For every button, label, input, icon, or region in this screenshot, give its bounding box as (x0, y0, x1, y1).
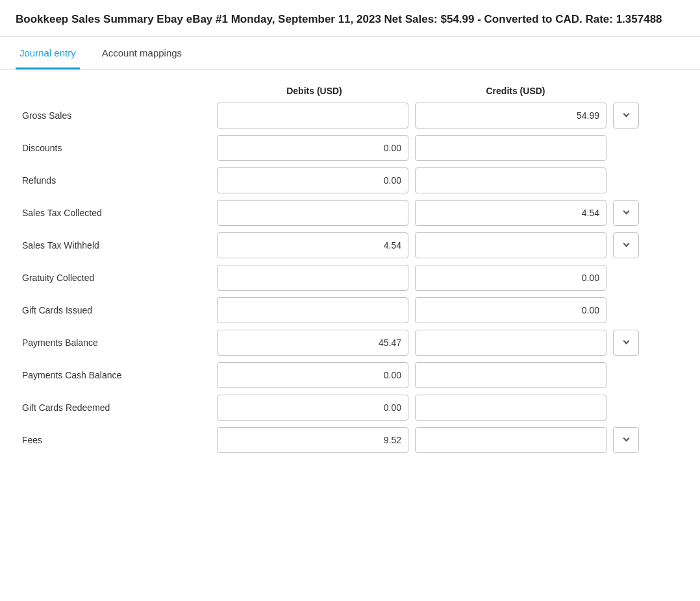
inputs-sales-tax-collected (217, 200, 639, 226)
debit-input-gross-sales[interactable] (217, 103, 408, 129)
chevron-down-icon (623, 208, 629, 215)
credit-input-sales-tax-collected[interactable] (415, 200, 606, 226)
tab-account-mappings[interactable]: Account mappings (98, 37, 186, 69)
entry-rows-container: Gross SalesDiscountsRefundsSales Tax Col… (16, 103, 684, 453)
label-sales-tax-collected: Sales Tax Collected (16, 208, 217, 218)
chevron-down-icon (623, 241, 629, 247)
label-discounts: Discounts (16, 143, 217, 153)
label-refunds: Refunds (16, 175, 217, 186)
label-payments-balance: Payments Balance (16, 337, 217, 348)
credit-input-fees[interactable] (415, 427, 606, 453)
entry-row-payments-balance: Payments Balance (16, 330, 684, 356)
inputs-fees (217, 427, 639, 453)
credit-input-gift-cards-issued[interactable] (415, 297, 606, 323)
label-gratuity-collected: Gratuity Collected (16, 273, 217, 283)
inputs-refunds (217, 167, 639, 193)
tabs-container: Journal entry Account mappings (0, 37, 700, 70)
inputs-gratuity-collected (217, 265, 639, 291)
page-header: Bookkeep Sales Summary Ebay eBay #1 Mond… (0, 0, 700, 37)
column-headers: Debits (USD) Credits (USD) (217, 86, 684, 96)
dropdown-btn-sales-tax-collected[interactable] (613, 200, 639, 226)
credit-input-payments-cash-balance[interactable] (415, 362, 606, 388)
credit-input-sales-tax-withheld[interactable] (415, 232, 606, 258)
entry-row-sales-tax-collected: Sales Tax Collected (16, 200, 684, 226)
inputs-gift-cards-redeemed (217, 395, 639, 421)
tab-journal-entry[interactable]: Journal entry (16, 37, 80, 69)
label-payments-cash-balance: Payments Cash Balance (16, 370, 217, 380)
label-gift-cards-redeemed: Gift Cards Redeemed (16, 402, 217, 413)
inputs-payments-balance (217, 330, 639, 356)
entry-row-gross-sales: Gross Sales (16, 103, 684, 129)
credit-input-discounts[interactable] (415, 135, 606, 161)
inputs-payments-cash-balance (217, 362, 639, 388)
debit-input-discounts[interactable] (217, 135, 408, 161)
main-content: Debits (USD) Credits (USD) Gross SalesDi… (0, 70, 700, 475)
entry-row-gift-cards-issued: Gift Cards Issued (16, 297, 684, 323)
inputs-gift-cards-issued (217, 297, 639, 323)
debit-input-sales-tax-collected[interactable] (217, 200, 408, 226)
label-gift-cards-issued: Gift Cards Issued (16, 305, 217, 315)
debit-input-gift-cards-issued[interactable] (217, 297, 408, 323)
chevron-down-icon (623, 435, 629, 442)
credit-input-refunds[interactable] (415, 167, 606, 193)
chevron-down-icon (623, 111, 629, 117)
debit-input-gratuity-collected[interactable] (217, 265, 408, 291)
chevron-down-icon (623, 338, 629, 345)
debit-input-refunds[interactable] (217, 167, 408, 193)
inputs-gross-sales (217, 103, 639, 129)
debit-input-payments-cash-balance[interactable] (217, 362, 408, 388)
debit-input-payments-balance[interactable] (217, 330, 408, 356)
label-gross-sales: Gross Sales (16, 110, 217, 121)
page-title: Bookkeep Sales Summary Ebay eBay #1 Mond… (16, 12, 684, 27)
credit-input-gratuity-collected[interactable] (415, 265, 606, 291)
credit-input-payments-balance[interactable] (415, 330, 606, 356)
entry-row-gift-cards-redeemed: Gift Cards Redeemed (16, 395, 684, 421)
label-fees: Fees (16, 435, 217, 445)
dropdown-btn-gross-sales[interactable] (613, 103, 639, 129)
entry-row-refunds: Refunds (16, 167, 684, 193)
credit-input-gift-cards-redeemed[interactable] (415, 395, 606, 421)
entry-row-fees: Fees (16, 427, 684, 453)
credit-column-header: Credits (USD) (418, 86, 613, 96)
entry-row-gratuity-collected: Gratuity Collected (16, 265, 684, 291)
debit-input-sales-tax-withheld[interactable] (217, 232, 408, 258)
debit-input-gift-cards-redeemed[interactable] (217, 395, 408, 421)
credit-input-gross-sales[interactable] (415, 103, 606, 129)
debit-input-fees[interactable] (217, 427, 408, 453)
entry-row-discounts: Discounts (16, 135, 684, 161)
entry-row-sales-tax-withheld: Sales Tax Withheld (16, 232, 684, 258)
inputs-sales-tax-withheld (217, 232, 639, 258)
label-sales-tax-withheld: Sales Tax Withheld (16, 240, 217, 251)
debit-column-header: Debits (USD) (217, 86, 412, 96)
dropdown-btn-payments-balance[interactable] (613, 330, 639, 356)
dropdown-btn-fees[interactable] (613, 427, 639, 453)
dropdown-btn-sales-tax-withheld[interactable] (613, 232, 639, 258)
entry-row-payments-cash-balance: Payments Cash Balance (16, 362, 684, 388)
inputs-discounts (217, 135, 639, 161)
